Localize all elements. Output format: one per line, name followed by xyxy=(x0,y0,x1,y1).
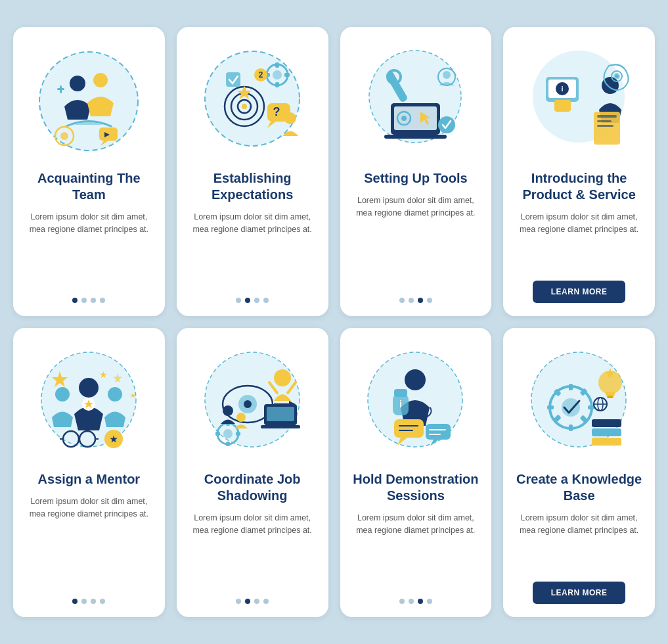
dot-3 xyxy=(254,599,259,604)
illustration-shadowing xyxy=(190,340,315,465)
dot-2 xyxy=(245,298,250,303)
svg-rect-93 xyxy=(236,432,240,436)
dots-expectations xyxy=(236,298,269,303)
card-body-product: Lorem ipsum dolor sit dim amet, mea regi… xyxy=(514,211,644,270)
card-body-shadowing: Lorem ipsum dolor sit dim amet, mea regi… xyxy=(187,512,318,587)
dot-2 xyxy=(245,599,250,604)
svg-point-40 xyxy=(438,116,455,133)
svg-point-94 xyxy=(223,405,233,416)
svg-rect-87 xyxy=(261,425,300,428)
dot-1 xyxy=(72,298,78,303)
card-title-knowledge: Create a Knowledge Base xyxy=(514,471,644,504)
dot-4 xyxy=(100,599,105,604)
illustration-tools xyxy=(353,39,478,164)
dot-1 xyxy=(236,298,241,303)
dot-4 xyxy=(263,599,269,604)
svg-point-14 xyxy=(273,70,282,80)
svg-rect-86 xyxy=(267,407,294,421)
svg-point-82 xyxy=(274,369,291,386)
svg-rect-115 xyxy=(569,425,573,431)
svg-rect-16 xyxy=(275,82,279,87)
svg-point-42 xyxy=(443,71,451,79)
learn-more-button-product[interactable]: LEARN MORE xyxy=(533,281,626,303)
svg-rect-51 xyxy=(597,115,617,118)
card-grid: Acquainting The Team Lorem ipsum dolor s… xyxy=(13,27,655,617)
svg-rect-18 xyxy=(284,73,290,77)
dot-1 xyxy=(399,298,405,303)
dots-acquainting xyxy=(72,298,105,303)
illustration-mentor: ★ ★ ★ xyxy=(26,340,151,465)
dot-1 xyxy=(399,599,405,604)
svg-rect-123 xyxy=(606,392,615,396)
learn-more-button-knowledge[interactable]: LEARN MORE xyxy=(533,582,626,604)
card-title-mentor: Assign a Mentor xyxy=(38,471,141,488)
card-title-product: Introducing the Product & Service xyxy=(514,170,644,203)
svg-point-63 xyxy=(108,387,122,402)
card-title-expectations: Establishing Expectations xyxy=(187,170,318,203)
svg-rect-126 xyxy=(592,428,621,436)
dots-demonstration xyxy=(399,599,432,604)
svg-text:★: ★ xyxy=(110,434,118,444)
dots-tools xyxy=(399,298,432,303)
dot-2 xyxy=(409,298,414,303)
svg-point-39 xyxy=(401,116,407,121)
dot-4 xyxy=(427,298,432,303)
illustration-demonstration: i xyxy=(353,340,478,465)
svg-rect-15 xyxy=(275,62,279,68)
dot-3 xyxy=(254,298,259,303)
card-mentor: ★ ★ ★ Assign a Mentor Lorem ipsum dolor … xyxy=(13,328,165,617)
card-body-acquainting: Lorem ipsum dolor sit dim amet, mea regi… xyxy=(24,211,154,286)
svg-point-98 xyxy=(405,369,426,390)
card-title-acquainting: Acquainting The Team xyxy=(24,170,154,203)
svg-rect-102 xyxy=(394,419,424,438)
dot-3 xyxy=(418,298,423,303)
svg-text:2: 2 xyxy=(258,70,263,80)
svg-rect-100 xyxy=(394,389,407,397)
illustration-knowledge xyxy=(517,340,642,465)
svg-rect-125 xyxy=(592,419,621,427)
svg-rect-48 xyxy=(554,100,571,112)
svg-text:★: ★ xyxy=(99,369,108,380)
svg-rect-106 xyxy=(426,424,451,440)
dot-1 xyxy=(236,599,241,604)
svg-rect-28 xyxy=(226,72,240,87)
svg-rect-91 xyxy=(226,442,230,446)
svg-point-89 xyxy=(223,429,233,438)
svg-rect-124 xyxy=(607,396,613,398)
card-body-demonstration: Lorem ipsum dolor sit dim amet, mea regi… xyxy=(351,512,481,587)
svg-point-2 xyxy=(70,76,85,91)
svg-text:?: ? xyxy=(273,105,280,118)
illustration-product: i xyxy=(517,39,642,164)
dot-4 xyxy=(427,599,432,604)
card-shadowing: Coordinate Job Shadowing Lorem ipsum dol… xyxy=(177,328,328,617)
svg-rect-127 xyxy=(592,438,621,446)
svg-point-22 xyxy=(242,104,247,109)
svg-rect-116 xyxy=(547,405,554,409)
svg-text:★: ★ xyxy=(130,392,136,399)
dot-4 xyxy=(100,298,105,303)
card-demonstration: i Hold Demonstration Sessions Lorem ipsu… xyxy=(340,328,492,617)
svg-point-79 xyxy=(244,400,252,408)
dot-1 xyxy=(72,599,78,604)
svg-point-56 xyxy=(615,74,619,78)
dot-2 xyxy=(81,599,87,604)
card-title-tools: Setting Up Tools xyxy=(364,170,467,187)
svg-text:i: i xyxy=(562,85,564,93)
card-title-shadowing: Coordinate Job Shadowing xyxy=(187,471,318,504)
card-body-knowledge: Lorem ipsum dolor sit dim amet, mea regi… xyxy=(514,512,644,571)
dot-3 xyxy=(91,599,96,604)
svg-text:i: i xyxy=(399,399,402,409)
svg-point-3 xyxy=(93,73,108,87)
dot-2 xyxy=(409,599,414,604)
dot-3 xyxy=(91,298,96,303)
card-body-expectations: Lorem ipsum dolor sit dim amet, mea regi… xyxy=(187,211,318,286)
card-body-mentor: Lorem ipsum dolor sit dim amet, mea regi… xyxy=(24,495,154,587)
dot-2 xyxy=(81,298,87,303)
card-acquainting: Acquainting The Team Lorem ipsum dolor s… xyxy=(13,27,165,316)
card-knowledge: Create a Knowledge Base Lorem ipsum dolo… xyxy=(503,328,655,617)
card-body-tools: Lorem ipsum dolor sit dim amet, mea regi… xyxy=(351,195,481,286)
svg-rect-114 xyxy=(569,384,573,390)
card-title-demonstration: Hold Demonstration Sessions xyxy=(351,471,481,504)
dot-4 xyxy=(263,298,269,303)
dots-mentor xyxy=(72,599,105,604)
